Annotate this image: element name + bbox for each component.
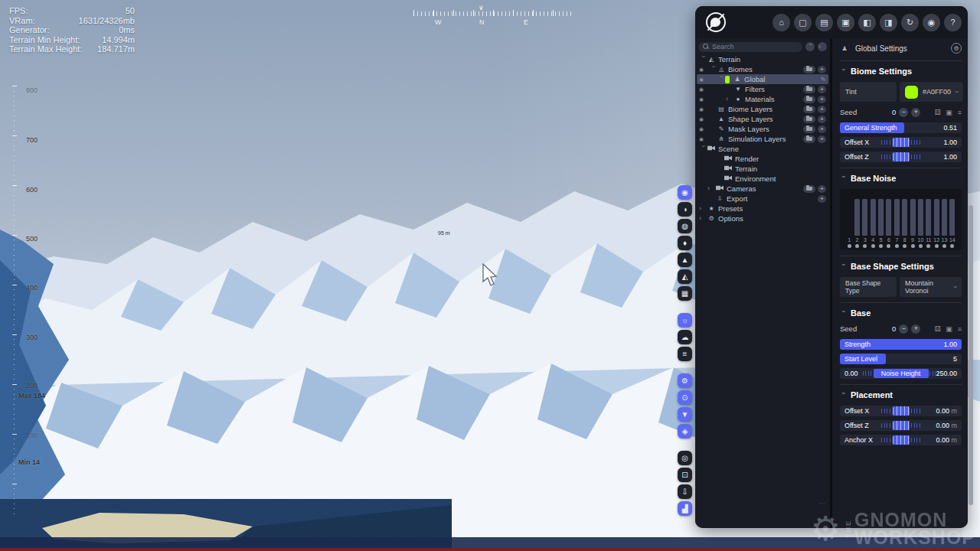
placement-offset-x-scrubber[interactable]: Offset X 0.00 m bbox=[840, 406, 962, 416]
offset-x-scrubber[interactable]: Offset X 1.00 bbox=[840, 137, 962, 148]
save-button[interactable]: ▣ bbox=[837, 14, 854, 31]
home-button[interactable]: ⌂ bbox=[773, 14, 790, 31]
noise-octave-3[interactable]: 3 bbox=[861, 193, 869, 248]
noise-bar-reset-button[interactable] bbox=[879, 244, 883, 248]
noise-bar[interactable] bbox=[934, 199, 939, 236]
seed-random-icon[interactable]: ⚄ bbox=[934, 325, 940, 333]
visibility-eye-icon[interactable]: ◉ bbox=[699, 126, 709, 132]
tree-item-presets[interactable]: ›★Presets bbox=[697, 204, 828, 214]
noise-octave-13[interactable]: 13 bbox=[940, 193, 948, 248]
chevron-right-icon[interactable]: › bbox=[707, 185, 715, 192]
noise-bar[interactable] bbox=[902, 199, 907, 236]
settings-gear-button[interactable]: ⚙ bbox=[951, 43, 962, 54]
visibility-eye-icon[interactable]: ◉ bbox=[699, 96, 709, 103]
noise-bar-reset-button[interactable] bbox=[942, 244, 946, 248]
tree-item-materials[interactable]: ◉›●Materials+ bbox=[697, 94, 828, 104]
noise-bar-reset-button[interactable] bbox=[871, 244, 875, 248]
noise-octave-7[interactable]: 7 bbox=[893, 193, 900, 248]
tree-item-render[interactable]: Render bbox=[697, 154, 828, 164]
tint-swatch[interactable] bbox=[905, 86, 918, 99]
noise-bar[interactable] bbox=[894, 199, 900, 236]
image-button[interactable]: ⊡ bbox=[678, 468, 692, 482]
noise-octave-1[interactable]: 1 bbox=[845, 193, 853, 248]
noise-bar[interactable] bbox=[871, 199, 876, 236]
gears-button[interactable]: ⚙ bbox=[678, 373, 692, 388]
open-folder-button[interactable]: ▤ bbox=[815, 14, 833, 31]
chevron-down-icon[interactable]: › bbox=[700, 56, 707, 64]
noise-octave-5[interactable]: 5 bbox=[877, 193, 884, 248]
add-layer-button[interactable]: + bbox=[818, 185, 826, 193]
noise-bar[interactable] bbox=[949, 199, 955, 236]
tree-item-export[interactable]: ⇩Export+ bbox=[697, 194, 828, 204]
seed-save-icon[interactable]: ▣ bbox=[946, 325, 952, 333]
chevron-right-icon[interactable]: › bbox=[699, 215, 707, 222]
add-layer-button[interactable]: + bbox=[818, 96, 826, 103]
tree-item-terrain[interactable]: ›◭Terrain bbox=[697, 54, 828, 64]
refresh-button[interactable]: ↻ bbox=[901, 14, 919, 31]
noise-bar[interactable] bbox=[862, 199, 867, 236]
noise-octave-9[interactable]: 9 bbox=[909, 193, 916, 248]
video-progress-bar[interactable] bbox=[0, 548, 980, 551]
expand-all-button[interactable]: › bbox=[818, 42, 827, 51]
globe-view-button[interactable]: ◍ bbox=[678, 219, 692, 233]
general-strength-slider[interactable]: General Strength 0.51 bbox=[840, 122, 962, 133]
noise-bar-reset-button[interactable] bbox=[887, 244, 890, 248]
tree-item-scene[interactable]: ›Scene bbox=[697, 144, 828, 154]
contrast-view-button[interactable]: ◑ bbox=[678, 202, 692, 217]
base-shape-type-dropdown[interactable]: Mountain Voronoi › bbox=[900, 277, 962, 297]
tree-item-simulation-layers[interactable]: ◉⋔Simulation Layers+ bbox=[697, 134, 828, 144]
download-button[interactable]: ⇩ bbox=[678, 484, 692, 499]
tree-item-filters[interactable]: ◉▼Filters+ bbox=[697, 84, 828, 94]
noise-bar[interactable] bbox=[878, 199, 884, 236]
visibility-eye-icon[interactable]: ◉ bbox=[699, 136, 709, 142]
noise-bar[interactable] bbox=[942, 199, 947, 236]
seed-decrement-button[interactable]: − bbox=[899, 324, 908, 334]
group-folder-button[interactable] bbox=[803, 185, 815, 193]
add-layer-button[interactable]: + bbox=[818, 135, 826, 143]
new-file-button[interactable]: ▢ bbox=[794, 14, 812, 31]
properties-scrollbar[interactable] bbox=[969, 205, 973, 505]
add-layer-button[interactable]: + bbox=[818, 106, 826, 113]
noise-octave-6[interactable]: 6 bbox=[885, 193, 893, 248]
collapse-all-button[interactable]: › bbox=[805, 42, 815, 51]
tree-item-biomes[interactable]: ◉›◬Biomes+ bbox=[697, 64, 828, 74]
section-biome-settings[interactable]: › Biome Settings bbox=[840, 67, 962, 76]
terrain-view-button[interactable]: ▲ bbox=[678, 253, 692, 267]
search-input[interactable]: Search bbox=[698, 42, 802, 52]
group-folder-button[interactable] bbox=[803, 86, 815, 93]
seed-value[interactable]: 0 bbox=[892, 324, 896, 333]
noise-octave-14[interactable]: 14 bbox=[949, 193, 956, 248]
noise-bar-reset-button[interactable] bbox=[911, 244, 915, 248]
app-logo-icon[interactable] bbox=[706, 12, 726, 32]
noise-bar-reset-button[interactable] bbox=[926, 244, 930, 248]
screenshot-button[interactable]: ◉ bbox=[923, 14, 940, 31]
noise-bar[interactable] bbox=[886, 199, 891, 236]
group-folder-button[interactable] bbox=[803, 96, 815, 103]
noise-bar[interactable] bbox=[918, 199, 923, 236]
sun-settings-button[interactable]: ☼ bbox=[678, 313, 692, 328]
seed-random-icon[interactable]: ⚄ bbox=[934, 109, 940, 116]
noise-octave-8[interactable]: 8 bbox=[901, 193, 909, 248]
placement-anchor-x-scrubber[interactable]: Anchor X 0.00 m bbox=[840, 435, 962, 445]
cloud-settings-button[interactable]: ☁ bbox=[678, 330, 692, 344]
noise-bar-reset-button[interactable] bbox=[935, 244, 939, 248]
group-folder-button[interactable] bbox=[803, 66, 815, 73]
add-layer-button[interactable]: + bbox=[818, 86, 826, 93]
chevron-right-icon[interactable]: › bbox=[726, 96, 733, 103]
seed-list-icon[interactable]: ≡ bbox=[958, 109, 962, 116]
group-folder-button[interactable] bbox=[803, 116, 815, 123]
tree-item-mask-layers[interactable]: ◉✎Mask Layers+ bbox=[697, 124, 828, 134]
filter-button[interactable]: ▼ bbox=[678, 407, 692, 422]
panel-resize-handle[interactable]: ⋯ bbox=[818, 500, 825, 507]
help-button[interactable]: ? bbox=[944, 14, 962, 31]
noise-bar-reset-button[interactable] bbox=[950, 244, 954, 248]
orbit-view-button[interactable]: ◉ bbox=[678, 185, 692, 200]
chevron-down-icon[interactable]: › bbox=[700, 145, 707, 153]
seed-value[interactable]: 0 bbox=[892, 108, 896, 116]
stats-chart-button[interactable]: ▟ bbox=[678, 501, 692, 516]
seed-increment-button[interactable]: + bbox=[911, 324, 920, 334]
target-button[interactable]: ◎ bbox=[678, 451, 692, 465]
placement-offset-z-scrubber[interactable]: Offset Z 0.00 m bbox=[840, 420, 962, 431]
biome-color-swatch[interactable] bbox=[725, 76, 730, 83]
add-layer-button[interactable]: + bbox=[818, 126, 826, 133]
